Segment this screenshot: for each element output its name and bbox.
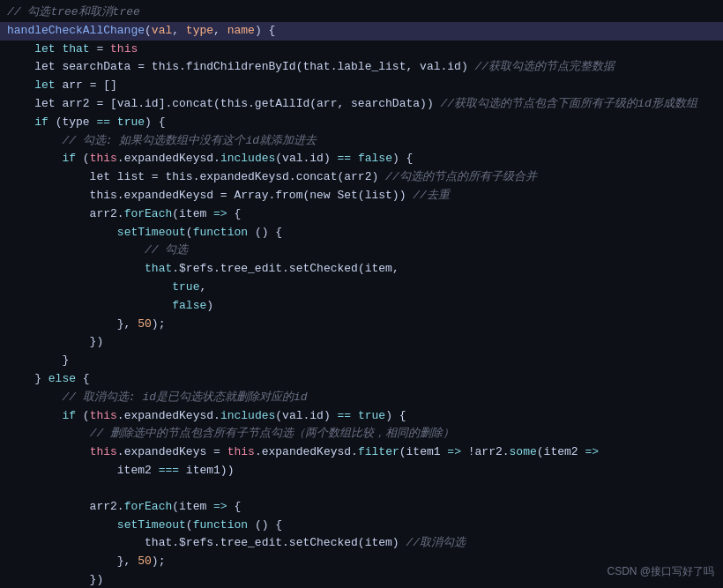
code-line: // 勾选 bbox=[0, 242, 723, 260]
line-content: // 删除选中的节点包含所有子节点勾选（两个数组比较，相同的删除） bbox=[7, 425, 716, 443]
line-content: this.expandedKeys = this.expandedKeysd.f… bbox=[7, 443, 716, 462]
code-line: arr2.forEach(item => { bbox=[0, 205, 723, 224]
code-line: } bbox=[0, 352, 723, 370]
line-content: let that = this bbox=[7, 41, 716, 59]
line-content: that.$refs.tree_edit.setChecked(item, bbox=[7, 260, 716, 279]
line-content: let arr = [] bbox=[7, 77, 716, 95]
code-line: } else { bbox=[0, 370, 723, 389]
code-line: // 勾选tree和取消tree bbox=[0, 4, 723, 22]
line-content: } else { bbox=[7, 370, 716, 389]
line-content: } bbox=[7, 352, 716, 370]
line-content: true, bbox=[7, 279, 716, 297]
code-line: // 删除选中的节点包含所有子节点勾选（两个数组比较，相同的删除） bbox=[0, 425, 723, 443]
line-content: that.$refs.tree_edit.setChecked(item) //… bbox=[7, 534, 716, 553]
code-container: // 勾选tree和取消treehandleCheckAllChange(val… bbox=[0, 0, 723, 588]
line-content: if (type == true) { bbox=[7, 114, 716, 132]
line-content: handleCheckAllChange(val, type, name) { bbox=[7, 22, 716, 41]
line-content: if (this.expandedKeysd.includes(val.id) … bbox=[7, 407, 716, 426]
code-line: // 勾选: 如果勾选数组中没有这个id就添加进去 bbox=[0, 132, 723, 151]
code-line: that.$refs.tree_edit.setChecked(item) //… bbox=[0, 534, 723, 553]
watermark: CSDN @接口写好了吗 bbox=[607, 564, 714, 579]
code-line: // 取消勾选: id是已勾选状态就删除对应的id bbox=[0, 389, 723, 407]
code-line: this.expandedKeys = this.expandedKeysd.f… bbox=[0, 443, 723, 462]
code-area: // 勾选tree和取消treehandleCheckAllChange(val… bbox=[0, 0, 723, 588]
line-content: let searchData = this.findChildrenById(t… bbox=[7, 58, 716, 77]
line-content: item2 === item1)) bbox=[7, 462, 716, 480]
line-content: arr2.forEach(item => { bbox=[7, 205, 716, 224]
line-content: }, 50); bbox=[7, 316, 716, 334]
line-content: false) bbox=[7, 297, 716, 316]
line-content: arr2.forEach(item => { bbox=[7, 498, 716, 517]
line-content: // 勾选 bbox=[7, 242, 716, 260]
code-line: }, 50); bbox=[0, 316, 723, 334]
line-content: // 勾选tree和取消tree bbox=[7, 4, 716, 22]
code-line: let arr2 = [val.id].concat(this.getAllId… bbox=[0, 95, 723, 114]
line-content: this.expandedKeysd = Array.from(new Set(… bbox=[7, 187, 716, 205]
line-content: // 取消勾选: id是已勾选状态就删除对应的id bbox=[7, 389, 716, 407]
code-line: true, bbox=[0, 279, 723, 297]
code-line: let arr = [] bbox=[0, 77, 723, 95]
code-line: this.expandedKeysd = Array.from(new Set(… bbox=[0, 187, 723, 205]
code-line: setTimeout(function () { bbox=[0, 517, 723, 535]
code-line: if (type == true) { bbox=[0, 114, 723, 132]
code-line: false) bbox=[0, 297, 723, 316]
code-line: item2 === item1)) bbox=[0, 462, 723, 480]
line-content: let list = this.expandedKeysd.concat(arr… bbox=[7, 168, 716, 187]
code-line: let list = this.expandedKeysd.concat(arr… bbox=[0, 168, 723, 187]
code-line: let searchData = this.findChildrenById(t… bbox=[0, 58, 723, 77]
line-content: // 勾选: 如果勾选数组中没有这个id就添加进去 bbox=[7, 132, 716, 151]
code-line bbox=[0, 480, 723, 498]
code-line: setTimeout(function () { bbox=[0, 224, 723, 242]
code-line: }) bbox=[0, 333, 723, 352]
line-content: }) bbox=[7, 333, 716, 352]
code-line: if (this.expandedKeysd.includes(val.id) … bbox=[0, 150, 723, 168]
line-content: let arr2 = [val.id].concat(this.getAllId… bbox=[7, 95, 716, 114]
code-line: that.$refs.tree_edit.setChecked(item, bbox=[0, 260, 723, 279]
code-line: arr2.forEach(item => { bbox=[0, 498, 723, 517]
code-line: if (this.expandedKeysd.includes(val.id) … bbox=[0, 407, 723, 426]
line-content: setTimeout(function () { bbox=[7, 224, 716, 242]
line-content: setTimeout(function () { bbox=[7, 517, 716, 535]
code-line: handleCheckAllChange(val, type, name) { bbox=[0, 22, 723, 41]
line-content: if (this.expandedKeysd.includes(val.id) … bbox=[7, 150, 716, 168]
code-line: let that = this bbox=[0, 41, 723, 59]
line-content bbox=[7, 480, 716, 498]
